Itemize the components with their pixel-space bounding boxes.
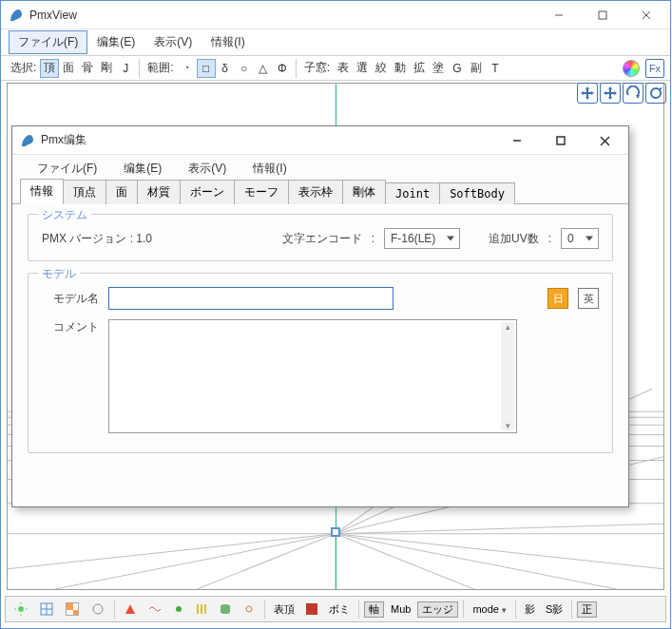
- axis-button[interactable]: 軸: [364, 601, 384, 618]
- model-legend: モデル: [38, 266, 80, 282]
- tab-vertex[interactable]: 頂点: [63, 180, 106, 204]
- minimize-button[interactable]: [537, 1, 581, 29]
- dialog-window-buttons: [495, 126, 626, 154]
- gizmo-pan-icon[interactable]: [600, 83, 621, 104]
- sshadow-button[interactable]: S影: [542, 602, 566, 617]
- range-circle-button[interactable]: ○: [235, 59, 254, 78]
- child-0-button[interactable]: 表: [334, 59, 353, 78]
- tab-softbody[interactable]: SoftBody: [439, 182, 515, 204]
- mub-button[interactable]: Mub: [387, 603, 414, 615]
- dot-green-icon[interactable]: [169, 600, 188, 619]
- menu-info[interactable]: 情報(I): [202, 30, 254, 54]
- separator: [463, 600, 464, 619]
- edge-button[interactable]: エッジ: [417, 601, 458, 618]
- shadow-button[interactable]: 影: [521, 602, 539, 617]
- separator: [358, 600, 359, 619]
- dialog-menu-file[interactable]: ファイル(F): [24, 157, 110, 181]
- dialog-close-button[interactable]: [583, 126, 626, 155]
- sel-joint-button[interactable]: J: [116, 59, 135, 78]
- main-title: PmxView: [29, 9, 537, 22]
- svg-line-14: [55, 534, 336, 589]
- gizmo-rotate-icon[interactable]: [645, 83, 666, 104]
- tab-info[interactable]: 情報: [20, 179, 64, 204]
- pmx-edit-dialog: Pmx编集 ファイル(F) 编集(E) 表示(V) 情報(I) 情報 頂点 面 …: [11, 125, 629, 507]
- dialog-minimize-button[interactable]: [495, 126, 539, 155]
- sun-icon[interactable]: [10, 600, 32, 619]
- dialog-menu-view[interactable]: 表示(V): [175, 157, 240, 181]
- sel-bone-button[interactable]: 骨: [78, 59, 97, 78]
- close-button[interactable]: [624, 1, 668, 29]
- range-box-button[interactable]: □: [197, 59, 216, 78]
- bomi-button[interactable]: ボミ: [325, 602, 354, 617]
- child-8-button[interactable]: T: [486, 59, 505, 78]
- menu-edit[interactable]: 编集(E): [87, 30, 144, 54]
- child-3-button[interactable]: 動: [391, 59, 410, 78]
- select-label: 选択:: [7, 60, 40, 76]
- tab-morph[interactable]: モーフ: [234, 180, 289, 204]
- svg-line-18: [336, 534, 616, 589]
- colorwheel-icon[interactable]: [623, 60, 640, 77]
- child-2-button[interactable]: 絞: [372, 59, 391, 78]
- wire-icon[interactable]: [35, 600, 58, 619]
- child-6-button[interactable]: G: [448, 59, 467, 78]
- gizmo-move-icon[interactable]: [577, 83, 598, 104]
- model-name-input[interactable]: [108, 287, 394, 310]
- svg-line-19: [336, 534, 663, 589]
- child-7-button[interactable]: 副: [467, 59, 486, 78]
- tab-joint[interactable]: Joint: [385, 182, 440, 204]
- child-label: 子窓:: [300, 60, 334, 76]
- tab-material[interactable]: 材質: [137, 180, 181, 204]
- system-legend: システム: [38, 207, 91, 223]
- encoding-select[interactable]: F-16(LE): [384, 228, 460, 249]
- separator: [515, 600, 516, 619]
- fx-button[interactable]: Fx: [645, 59, 664, 78]
- svg-rect-35: [197, 604, 199, 614]
- mode-dropdown[interactable]: mode: [469, 603, 510, 615]
- model-group: モデル モデル名 日 英 コメント: [28, 273, 613, 453]
- bars-yellow-icon[interactable]: [191, 600, 212, 619]
- child-5-button[interactable]: 塗: [429, 59, 448, 78]
- range-delta-button[interactable]: δ: [216, 59, 235, 78]
- surface-button[interactable]: 表頂: [270, 602, 298, 617]
- tab-display[interactable]: 表示枠: [288, 180, 343, 204]
- gizmo-orbit-icon[interactable]: [623, 83, 643, 104]
- menu-file[interactable]: ファイル(F): [9, 30, 87, 54]
- sel-face-button[interactable]: 面: [59, 59, 78, 78]
- circle-icon[interactable]: [86, 600, 109, 619]
- db-icon[interactable]: [215, 600, 236, 619]
- tab-bone[interactable]: ボーン: [180, 180, 235, 204]
- tab-rigid[interactable]: 剛体: [342, 180, 386, 204]
- checker-icon[interactable]: [61, 600, 84, 619]
- lang-jp-button[interactable]: 日: [547, 288, 568, 309]
- tri-red-icon[interactable]: [120, 600, 141, 619]
- sel-rigid-button[interactable]: 剛: [97, 59, 116, 78]
- separator: [139, 59, 140, 78]
- comment-textarea[interactable]: [108, 319, 517, 433]
- tab-face[interactable]: 面: [106, 180, 138, 204]
- dialog-menubar: ファイル(F) 编集(E) 表示(V) 情報(I): [12, 155, 628, 181]
- red-square-icon[interactable]: [301, 600, 322, 619]
- child-1-button[interactable]: 選: [353, 59, 372, 78]
- link-icon[interactable]: [239, 600, 259, 619]
- range-phi-button[interactable]: Φ: [273, 59, 292, 78]
- dialog-maximize-button[interactable]: [539, 126, 583, 155]
- maximize-button[interactable]: [581, 1, 624, 29]
- child-4-button[interactable]: 拡: [410, 59, 429, 78]
- origin-handle[interactable]: [331, 527, 340, 537]
- separator: [571, 600, 572, 619]
- svg-rect-40: [557, 137, 565, 144]
- dialog-menu-info[interactable]: 情報(I): [240, 157, 299, 181]
- sel-vertex-button[interactable]: 頂: [40, 59, 59, 78]
- range-tri-button[interactable]: △: [254, 59, 273, 78]
- menu-view[interactable]: 表示(V): [144, 30, 202, 54]
- range-dot-button[interactable]: ・: [178, 59, 197, 78]
- dialog-menu-edit[interactable]: 编集(E): [110, 157, 175, 181]
- dialog-title: Pmx编集: [41, 132, 495, 148]
- lang-en-button[interactable]: 英: [578, 288, 599, 309]
- scrollbar[interactable]: [501, 322, 514, 430]
- app-icon: [20, 133, 35, 148]
- separator: [264, 600, 265, 619]
- ortho-button[interactable]: 正: [577, 601, 597, 618]
- wave-icon[interactable]: [144, 600, 166, 619]
- uv-select[interactable]: 0: [561, 228, 599, 249]
